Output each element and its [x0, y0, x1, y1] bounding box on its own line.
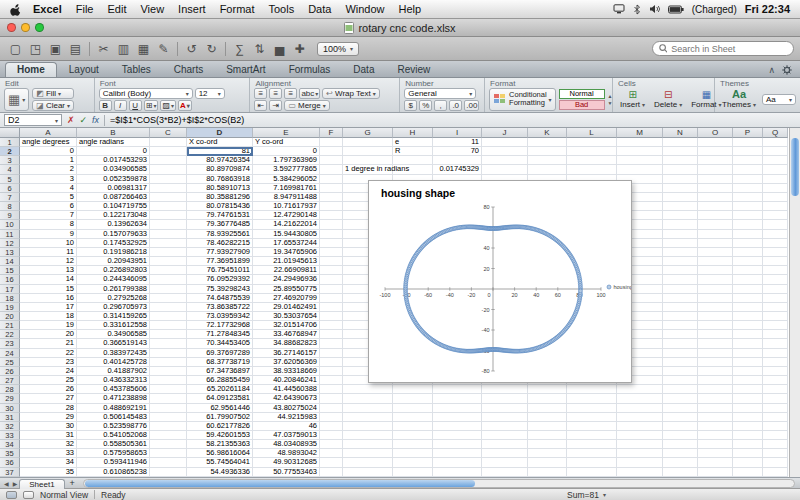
cell-G1[interactable]: [343, 138, 393, 147]
cell-I1[interactable]: 11: [433, 138, 482, 147]
minimize-button[interactable]: [21, 23, 30, 32]
cell-B36[interactable]: 0.593411946: [77, 458, 150, 467]
cell-E15[interactable]: 22.66909811: [253, 266, 320, 275]
cell-O2[interactable]: [698, 147, 733, 156]
cell-N18[interactable]: [663, 294, 698, 303]
cell-B7[interactable]: 0.087266463: [77, 193, 150, 202]
cell-L28[interactable]: [567, 385, 617, 394]
cell-H2[interactable]: R: [393, 147, 433, 156]
cell-O33[interactable]: [698, 431, 733, 440]
menu-insert[interactable]: Insert: [178, 3, 206, 15]
cell-A5[interactable]: 3: [20, 175, 77, 184]
save-icon[interactable]: ▣: [46, 40, 65, 58]
cell-D5[interactable]: 80.76863918: [187, 175, 253, 184]
row-header-1[interactable]: 1: [0, 138, 20, 147]
bold-button[interactable]: B: [99, 100, 112, 111]
font-size-select[interactable]: 12▾: [195, 88, 225, 99]
cell-D14[interactable]: 77.36951899: [187, 257, 253, 266]
menu-app-name[interactable]: Excel: [33, 3, 62, 15]
menu-file[interactable]: File: [76, 3, 94, 15]
cell-P22[interactable]: [733, 330, 763, 339]
cell-A31[interactable]: 29: [20, 413, 77, 422]
cell-Q26[interactable]: [763, 367, 788, 376]
row-header-20[interactable]: 20: [0, 312, 20, 321]
cell-G34[interactable]: [343, 440, 393, 449]
cell-P24[interactable]: [733, 349, 763, 358]
cell-K32[interactable]: [528, 422, 567, 431]
cell-N35[interactable]: [663, 449, 698, 458]
cell-K36[interactable]: [528, 458, 567, 467]
cell-B35[interactable]: 0.575958653: [77, 449, 150, 458]
cell-N8[interactable]: [663, 202, 698, 211]
cell-B17[interactable]: 0.261799388: [77, 285, 150, 294]
cell-O24[interactable]: [698, 349, 733, 358]
cell-C19[interactable]: [150, 303, 187, 312]
styles-scroll-down-icon[interactable]: ▼: [608, 100, 613, 106]
cell-O20[interactable]: [698, 312, 733, 321]
cell-K31[interactable]: [528, 413, 567, 422]
cell-E34[interactable]: 48.03408935: [253, 440, 320, 449]
cell-K37[interactable]: [528, 468, 567, 477]
cell-P13[interactable]: [733, 248, 763, 257]
cell-O12[interactable]: [698, 239, 733, 248]
cell-M2[interactable]: [617, 147, 663, 156]
cell-F27[interactable]: [320, 376, 343, 385]
cell-E18[interactable]: 27.46920799: [253, 294, 320, 303]
horizontal-scrollbar[interactable]: [83, 479, 795, 488]
cell-I29[interactable]: [433, 394, 482, 403]
styles-scroll-up-icon[interactable]: ▲: [608, 93, 613, 99]
cell-N19[interactable]: [663, 303, 698, 312]
row-header-4[interactable]: 4: [0, 165, 20, 174]
cell-P14[interactable]: [733, 257, 763, 266]
cell-O37[interactable]: [698, 468, 733, 477]
number-format-select[interactable]: General▾: [404, 88, 476, 99]
cell-K29[interactable]: [528, 394, 567, 403]
cell-C3[interactable]: [150, 156, 187, 165]
cell-F10[interactable]: [320, 220, 343, 229]
cell-E6[interactable]: 7.169981761: [253, 184, 320, 193]
cell-I33[interactable]: [433, 431, 482, 440]
cell-P29[interactable]: [733, 394, 763, 403]
cell-N11[interactable]: [663, 230, 698, 239]
cell-A10[interactable]: 8: [20, 220, 77, 229]
cell-E24[interactable]: 36.27146157: [253, 349, 320, 358]
cell-H30[interactable]: [393, 404, 433, 413]
cell-I36[interactable]: [433, 458, 482, 467]
zoom-window-button[interactable]: [35, 23, 44, 32]
column-header-D[interactable]: D: [187, 128, 253, 138]
cell-Q6[interactable]: [763, 184, 788, 193]
cell-N4[interactable]: [663, 165, 698, 174]
cell-D12[interactable]: 78.46282215: [187, 239, 253, 248]
cell-E10[interactable]: 14.21622014: [253, 220, 320, 229]
redo-icon[interactable]: ↻: [202, 40, 221, 58]
cell-A16[interactable]: 14: [20, 275, 77, 284]
cell-N7[interactable]: [663, 193, 698, 202]
cell-M33[interactable]: [617, 431, 663, 440]
cell-D17[interactable]: 75.39298243: [187, 285, 253, 294]
cell-C25[interactable]: [150, 358, 187, 367]
cell-Q19[interactable]: [763, 303, 788, 312]
cell-D28[interactable]: 65.20261184: [187, 385, 253, 394]
cell-A21[interactable]: 19: [20, 321, 77, 330]
cell-I37[interactable]: [433, 468, 482, 477]
cell-Q4[interactable]: [763, 165, 788, 174]
cell-K3[interactable]: [528, 156, 567, 165]
cell-C15[interactable]: [150, 266, 187, 275]
cell-N33[interactable]: [663, 431, 698, 440]
decrease-decimal-button[interactable]: .00: [464, 100, 479, 111]
align-center-button[interactable]: ≡: [269, 88, 282, 99]
cell-B32[interactable]: 0.523598776: [77, 422, 150, 431]
cell-F28[interactable]: [320, 385, 343, 394]
row-header-5[interactable]: 5: [0, 175, 20, 184]
tab-scroll-right-icon[interactable]: ▶: [11, 480, 20, 487]
cell-C11[interactable]: [150, 230, 187, 239]
cell-E14[interactable]: 21.01945613: [253, 257, 320, 266]
cell-J4[interactable]: [482, 165, 528, 174]
cell-A15[interactable]: 13: [20, 266, 77, 275]
cell-A1[interactable]: angle degrees: [20, 138, 77, 147]
cell-O9[interactable]: [698, 211, 733, 220]
column-header-C[interactable]: C: [150, 128, 187, 138]
cell-B27[interactable]: 0.436332313: [77, 376, 150, 385]
close-button[interactable]: [7, 23, 16, 32]
cell-B18[interactable]: 0.27925268: [77, 294, 150, 303]
